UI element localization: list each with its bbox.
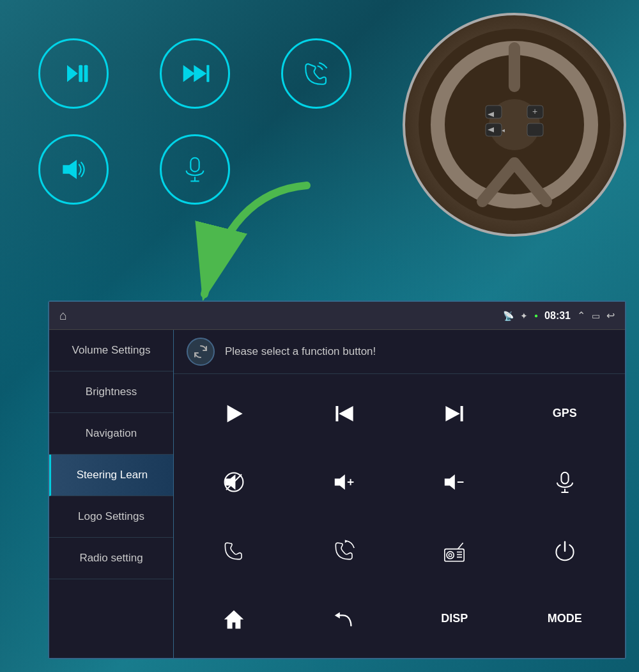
svg-marker-33	[335, 474, 345, 490]
sidebar-item-logo-settings[interactable]: Logo Settings	[49, 496, 173, 538]
svg-rect-38	[561, 472, 568, 483]
gps-func-button[interactable]: GPS	[511, 380, 619, 446]
volume-button[interactable]	[38, 134, 109, 205]
svg-text:◂: ◂	[502, 127, 505, 134]
svg-marker-6	[63, 160, 77, 179]
svg-marker-36	[445, 474, 455, 490]
svg-rect-1	[79, 65, 82, 82]
microphone-button[interactable]	[160, 134, 230, 205]
sidebar-item-radio-setting[interactable]: Radio setting	[49, 538, 173, 579]
steering-wheel-photo: + ◂	[403, 13, 626, 237]
vol-down-func-button[interactable]	[401, 449, 509, 515]
content-area: Volume Settings Brightness Navigation St…	[49, 330, 625, 658]
mode-func-button[interactable]: MODE	[511, 586, 619, 652]
main-panel: ⌂ 📡 ✦ ● 08:31 ⌃ ▭ ↩ Volume Settings Brig…	[48, 301, 626, 659]
svg-marker-27	[339, 406, 353, 421]
status-bar: ⌂ 📡 ✦ ● 08:31 ⌃ ▭ ↩	[49, 302, 625, 330]
svg-rect-28	[461, 406, 463, 421]
svg-marker-25	[227, 405, 243, 422]
svg-point-44	[447, 551, 454, 558]
refresh-button[interactable]	[187, 338, 215, 366]
top-buttons-row2	[38, 134, 351, 205]
sidebar-item-navigation[interactable]: Navigation	[49, 413, 173, 455]
phone-hook-func-button[interactable]	[291, 517, 399, 583]
svg-marker-41	[345, 540, 348, 543]
status-time: 08:31	[544, 310, 571, 322]
svg-marker-4	[194, 65, 206, 82]
mute-func-button[interactable]	[180, 449, 288, 515]
svg-rect-5	[206, 65, 209, 82]
prev-track-func-button[interactable]	[291, 380, 399, 446]
home-func-button[interactable]	[180, 586, 288, 652]
svg-marker-0	[67, 65, 78, 82]
phone-call-func-button[interactable]	[180, 517, 288, 583]
svg-marker-29	[446, 406, 460, 421]
svg-marker-49	[224, 610, 243, 629]
function-bar: Please select a function button!	[174, 330, 625, 374]
svg-rect-26	[335, 406, 338, 421]
svg-rect-2	[84, 65, 88, 82]
top-floating-buttons	[38, 38, 351, 205]
sidebar-item-volume-settings[interactable]: Volume Settings	[49, 330, 173, 371]
chevron-up-icon[interactable]: ⌃	[577, 309, 585, 322]
phone-button[interactable]	[281, 38, 351, 109]
svg-text:+: +	[532, 106, 537, 116]
bluetooth-icon: ✦	[520, 311, 528, 321]
svg-marker-3	[183, 65, 195, 82]
next-track-func-button[interactable]	[401, 380, 509, 446]
svg-rect-19	[527, 123, 543, 136]
vol-up-func-button[interactable]	[291, 449, 399, 515]
dot-icon: ●	[534, 312, 538, 319]
svg-rect-7	[190, 158, 199, 172]
sidebar-item-steering-learn[interactable]: Steering Learn	[49, 455, 173, 496]
svg-line-43	[458, 543, 463, 549]
window-icon[interactable]: ▭	[592, 311, 600, 321]
top-buttons-row1	[38, 38, 351, 109]
function-grid: GPS	[174, 374, 625, 658]
mic-func-button[interactable]	[511, 449, 619, 515]
back-func-button[interactable]	[291, 586, 399, 652]
cast-icon: 📡	[503, 311, 514, 321]
function-message: Please select a function button!	[225, 345, 376, 358]
back-icon[interactable]: ↩	[606, 309, 615, 322]
power-func-button[interactable]	[511, 517, 619, 583]
disp-func-button[interactable]: DISP	[401, 586, 509, 652]
sidebar-item-brightness[interactable]: Brightness	[49, 371, 173, 413]
home-icon[interactable]: ⌂	[59, 308, 67, 323]
fast-forward-button[interactable]	[160, 38, 230, 109]
radio-func-button[interactable]	[401, 517, 509, 583]
play-pause-button[interactable]	[38, 38, 109, 109]
sidebar: Volume Settings Brightness Navigation St…	[49, 330, 174, 658]
svg-point-45	[449, 553, 452, 556]
svg-marker-50	[335, 612, 340, 618]
right-content: Please select a function button!	[174, 330, 625, 658]
play-func-button[interactable]	[180, 380, 288, 446]
status-icons: 📡 ✦ ● 08:31 ⌃ ▭ ↩	[503, 309, 615, 322]
